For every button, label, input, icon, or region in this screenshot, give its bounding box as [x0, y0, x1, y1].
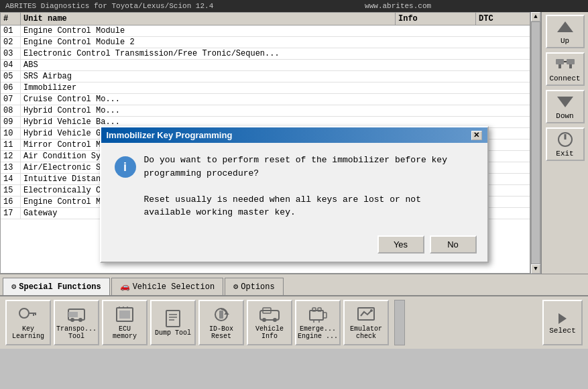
- dialog-body: i Do you want to perform reset of the im…: [101, 143, 487, 230]
- dialog-line3: Reset usually is needed when all keys ar…: [144, 193, 474, 207]
- dialog-line1: Do you want to perform reset of the immo…: [144, 154, 474, 167]
- dialog-close-button[interactable]: ✕: [471, 131, 482, 140]
- dialog-line2: programming procedure?: [144, 167, 474, 180]
- dialog-text: Do you want to perform reset of the immo…: [144, 154, 474, 219]
- dialog-title: Immobilizer Key Programming: [107, 130, 233, 140]
- dialog-no-button[interactable]: No: [430, 235, 477, 254]
- dialog-info-icon: i: [115, 156, 136, 178]
- dialog-line4: available working master key.: [144, 206, 474, 219]
- dialog-buttons: Yes No: [101, 230, 487, 262]
- dialog-title-bar: Immobilizer Key Programming ✕: [101, 127, 487, 143]
- dialog-yes-button[interactable]: Yes: [377, 235, 424, 254]
- dialog: Immobilizer Key Programming ✕ i Do you w…: [100, 126, 489, 263]
- dialog-overlay: Immobilizer Key Programming ✕ i Do you w…: [0, 0, 588, 389]
